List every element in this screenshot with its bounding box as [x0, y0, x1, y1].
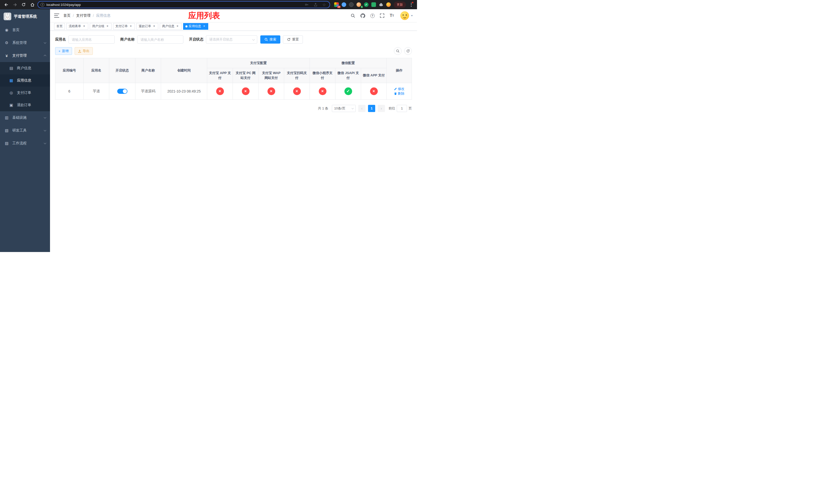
github-icon[interactable] [360, 13, 366, 19]
goto-page-input[interactable] [397, 105, 407, 112]
close-icon[interactable]: × [176, 25, 179, 28]
sidebar-item-app-info[interactable]: ▦ 应用信息 [0, 74, 50, 87]
tag-user-group[interactable]: 用户分组 × [90, 23, 112, 30]
merchant-card-icon: ▤ [9, 66, 14, 70]
reload-button[interactable] [20, 1, 27, 8]
prev-page-button[interactable]: ‹ [358, 105, 366, 112]
close-icon[interactable]: × [82, 25, 86, 28]
user-avatar[interactable] [400, 11, 409, 20]
fullscreen-icon[interactable] [379, 13, 385, 19]
extension-dark-icon[interactable] [349, 2, 354, 7]
sidebar-item-merchant-info[interactable]: ▤ 商户信息 [0, 62, 50, 74]
chevron-down-icon [411, 15, 413, 17]
extension-grid-icon[interactable]: 10 [334, 2, 339, 7]
status-label: 开启状态 [189, 37, 203, 42]
edit-button[interactable]: 修改 [394, 87, 404, 91]
app-name-label: 应用名 [55, 37, 66, 42]
profile-avatar-icon[interactable] [386, 2, 391, 7]
sidebar-toggle-icon[interactable] [54, 14, 59, 18]
search-icon[interactable] [350, 13, 356, 19]
sidebar-item-refund-order[interactable]: ▣ 退款订单 [0, 99, 50, 111]
bookmark-star-icon[interactable]: ☆ [321, 2, 327, 7]
col-alipay-pc: 支付宝 PC 网站支付 [233, 68, 259, 83]
sidebar-item-pay-order[interactable]: ◎ 支付订单 [0, 87, 50, 99]
address-bar[interactable]: i localhost:1024/pay/app ☆ [38, 1, 330, 8]
sidebar-item-system[interactable]: ⚙ 系统管理 [0, 37, 50, 49]
app-logo[interactable]: 芋道管理系统 [0, 9, 50, 24]
url-text[interactable]: localhost:1024/pay/app [46, 3, 302, 7]
sidebar-item-home[interactable]: ◉ 首页 [0, 24, 50, 37]
close-icon[interactable]: × [152, 25, 156, 28]
password-key-icon[interactable] [304, 2, 310, 7]
extension-avatar-icon[interactable]: 1 [356, 2, 361, 7]
close-icon[interactable]: × [202, 25, 206, 28]
col-app-name: 应用名 [84, 58, 109, 83]
page-1-button[interactable]: 1 [368, 105, 375, 112]
next-page-button[interactable]: › [378, 105, 385, 112]
app-name-input[interactable] [68, 36, 115, 44]
logo-rabbit-icon [4, 13, 11, 20]
extension-chat-icon[interactable] [371, 2, 376, 7]
group-wechat-config: 微信配置 [310, 58, 387, 68]
export-button[interactable]: 导出 [74, 47, 93, 55]
add-button[interactable]: + 新增 [55, 47, 72, 55]
top-navbar: 首页 / 支付管理 / 应用信息 应用列表 ? [50, 9, 417, 22]
chevron-down-icon [253, 38, 255, 41]
col-alipay-qr: 支付宝扫码支付 [284, 68, 310, 83]
forward-button[interactable] [11, 1, 19, 8]
browser-menu-icon[interactable] [409, 2, 413, 7]
sidebar-item-devtools[interactable]: ▧ 研发工具 [0, 124, 50, 137]
tag-home[interactable]: 首页 [54, 23, 65, 30]
app-grid-icon: ▦ [9, 78, 14, 83]
tag-pay-order[interactable]: 支付订单 × [113, 23, 135, 30]
merchant-name-input[interactable] [137, 36, 183, 44]
tag-process-form[interactable]: 流程表单 × [66, 23, 88, 30]
share-icon[interactable] [313, 2, 318, 7]
sidebar-item-workflow[interactable]: ▨ 工作流程 [0, 137, 50, 150]
status-cross-icon: × [293, 87, 301, 95]
chevron-up-icon [44, 55, 46, 58]
back-button[interactable] [3, 1, 10, 8]
font-size-icon[interactable]: TT [389, 13, 395, 19]
tag-app-info[interactable]: 应用信息 × [183, 23, 208, 30]
search-button[interactable]: 搜索 [260, 36, 280, 44]
browser-update-button[interactable]: 更新 [394, 2, 406, 8]
reset-button[interactable]: 重置 [283, 36, 303, 44]
dashboard-icon: ◉ [4, 28, 9, 32]
extension-drop-icon[interactable] [342, 2, 346, 7]
delete-button[interactable]: 删除 [394, 91, 404, 96]
status-select[interactable]: 请选择开启状态 [206, 36, 257, 44]
chevron-down-icon [44, 142, 46, 144]
user-menu[interactable] [400, 11, 413, 20]
sidebar-item-infra[interactable]: ▥ 基础设施 [0, 111, 50, 124]
app-title: 芋道管理系统 [14, 14, 37, 19]
status-toggle[interactable] [117, 89, 128, 94]
close-icon[interactable]: × [106, 25, 109, 28]
tag-refund-order[interactable]: 退款订单 × [136, 23, 158, 30]
breadcrumb-payment[interactable]: 支付管理 [76, 13, 90, 18]
col-created: 创建时间 [161, 58, 207, 83]
col-wechat-app: 微信 APP 支付 [361, 68, 387, 83]
sidebar-item-payment[interactable]: ¥ 支付管理 [0, 49, 50, 62]
col-alipay-wap: 支付宝 WAP 网站支付 [259, 68, 284, 83]
status-cross-icon: × [267, 87, 275, 95]
page-info-icon[interactable]: i [41, 3, 44, 7]
help-icon[interactable]: ? [370, 13, 375, 19]
refresh-table-button[interactable] [404, 47, 412, 55]
browser-chrome: i localhost:1024/pay/app ☆ 10 1 ✓ 更新 [0, 0, 417, 9]
goto-label: 前往 [389, 106, 395, 111]
toggle-search-button[interactable] [394, 47, 402, 55]
page-title: 应用列表 [188, 10, 220, 21]
tag-merchant-info[interactable]: 商户信息 × [160, 23, 181, 30]
status-cross-icon: × [370, 87, 378, 95]
page-size-select[interactable]: 10条/页 [332, 105, 356, 112]
sidebar-menu: ◉ 首页 ⚙ 系统管理 ¥ 支付管理 ▤ 商户信息 ▦ 应用信息 [0, 24, 50, 150]
channel-status-cell: ✓ [335, 83, 361, 99]
breadcrumb-home[interactable]: 首页 [63, 13, 70, 18]
home-button[interactable] [29, 1, 36, 8]
extensions-puzzle-icon[interactable] [379, 2, 383, 7]
avatar-badge: 1 [361, 6, 363, 8]
close-icon[interactable]: × [129, 25, 133, 28]
table-row: 6 芋道 芋道源码 2021-10-23 08:49:25 × × × × × … [56, 83, 412, 99]
extension-check-icon[interactable]: ✓ [364, 2, 369, 7]
